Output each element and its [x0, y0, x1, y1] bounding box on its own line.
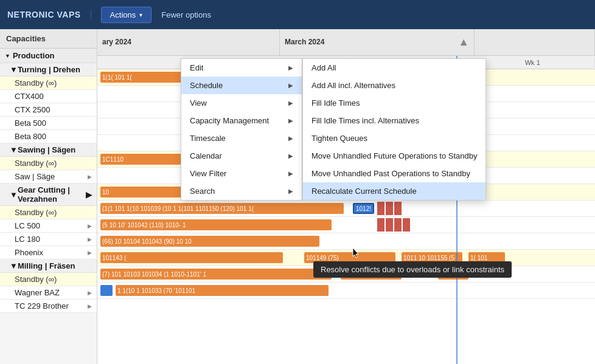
gantt-bar: (7) 101 10103 101034 (1 1010-1101' 1 — [100, 269, 332, 280]
submenu-arrow-icon: ▶ — [288, 117, 293, 124]
menu-item-capacity[interactable]: Capacity Management ▶ — [181, 112, 302, 129]
main-menu: Edit ▶ Schedule ▶ View ▶ Capacity Manage… — [181, 58, 302, 201]
schedule-item-tighten[interactable]: Tighten Queues — [303, 129, 485, 147]
gantt-bar: (1(1 101 1(10 101039 (10 1 1(101 1101150… — [100, 203, 344, 214]
content-area: ary 2024 March 2024 ▲ Wk 10 Wk 11 Wk 1 1… — [97, 29, 595, 364]
schedule-item-addall[interactable]: Add All — [303, 59, 485, 77]
week-next: Wk 1 — [471, 58, 596, 67]
schedule-fill-idle-label: Fill Idle Times — [311, 98, 360, 108]
gantt-bar — [100, 285, 113, 296]
menu-edit-label: Edit — [190, 63, 203, 72]
schedule-addall-label: Add All — [311, 63, 336, 72]
scroll-up-icon[interactable]: ▲ — [458, 36, 469, 49]
gantt-bar: 1012! — [353, 203, 374, 214]
arrow-icon: ▶ — [88, 223, 92, 229]
menu-item-search[interactable]: Search ▶ — [181, 182, 302, 200]
group-label: Production — [13, 51, 55, 60]
menu-item-edit[interactable]: Edit ▶ — [181, 59, 302, 77]
arrow-icon: ▶ — [88, 303, 92, 309]
menu-item-timescale[interactable]: Timescale ▶ — [181, 129, 302, 147]
sidebar-subgroup-milling[interactable]: ▼ Milling | Fräsen — [0, 259, 97, 273]
gantt-bar: 10 10! — [438, 269, 468, 280]
gantt-bar: (5 10 10' 101042 (110) 1010- 1 — [100, 219, 332, 230]
menu-schedule-label: Schedule — [190, 81, 223, 90]
arrow-icon: ▶ — [86, 190, 92, 199]
arrow-icon: ▶ — [88, 174, 92, 180]
schedule-submenu: Add All Add All incl. Alternatives Fill … — [302, 58, 486, 201]
schedule-item-recalculate[interactable]: Recalculate Current Schedule — [303, 182, 485, 200]
arrow-icon: ▶ — [88, 250, 92, 256]
menu-timescale-label: Timescale — [190, 134, 226, 143]
sidebar: Capacities ▼ Production ▼ Turning | Dreh… — [0, 29, 97, 364]
gantt-bar: 1011'10' — [341, 269, 402, 280]
schedule-fill-idle-alt-label: Fill Idle Times incl. Alternatives — [311, 116, 419, 125]
menu-item-view[interactable]: View ▶ — [181, 94, 302, 112]
gantt-row-tc229: 1 1(10 1 101033 (70 '101101 — [97, 283, 595, 299]
schedule-item-move-future[interactable]: Move Unhandled Future Operations to Stan… — [303, 147, 485, 165]
sidebar-item-ctx2500[interactable]: CTX 2500 — [0, 103, 97, 117]
sidebar-item-beta500[interactable]: Beta 500 — [0, 117, 97, 130]
schedule-item-move-past[interactable]: Move Unhandled Past Operations to Standb… — [303, 165, 485, 182]
menu-capacity-label: Capacity Management — [190, 116, 269, 125]
top-bar: NETRONIC VAPS Actions ▾ Fewer options — [0, 0, 595, 29]
sidebar-item-standby-milling[interactable]: Standby (∞) — [0, 273, 97, 286]
schedule-tighten-label: Tighten Queues — [311, 134, 367, 143]
arrow-icon: ▶ — [88, 236, 92, 242]
actions-button[interactable]: Actions ▾ — [101, 7, 152, 23]
schedule-item-addall-alt[interactable]: Add All incl. Alternatives — [303, 77, 485, 94]
sidebar-item-beta800[interactable]: Beta 800 — [0, 130, 97, 143]
sidebar-item-phoenix[interactable]: Phoenix ▶ — [0, 246, 97, 259]
sidebar-item-lc500[interactable]: LC 500 ▶ — [0, 219, 97, 233]
schedule-addall-alt-label: Add All incl. Alternatives — [311, 81, 395, 90]
sidebar-group-production[interactable]: ▼ Production — [0, 49, 97, 63]
sidebar-subgroup-gear[interactable]: ▼ Gear Cutting | Verzahnen ▶ — [0, 184, 97, 206]
brand-label: NETRONIC VAPS — [7, 10, 91, 19]
sidebar-item-standby-turning[interactable]: Standby (∞) — [0, 77, 97, 90]
menu-search-label: Search — [190, 187, 215, 196]
sidebar-item-standby-gear[interactable]: Standby (∞) — [0, 206, 97, 219]
subgroup-triangle-icon: ▼ — [10, 261, 18, 270]
schedule-move-future-label: Move Unhandled Future Operations to Stan… — [311, 151, 477, 160]
gantt-bar: 1( 101 — [468, 252, 505, 263]
gantt-bar: 1 1(10 1 101033 (70 '101101 — [116, 285, 329, 296]
sidebar-item-lc180[interactable]: LC 180 ▶ — [0, 233, 97, 246]
sidebar-subgroup-turning[interactable]: ▼ Turning | Drehen — [0, 63, 97, 77]
subgroup-triangle-icon: ▼ — [10, 190, 18, 199]
schedule-recalculate-label: Recalculate Current Schedule — [311, 187, 417, 196]
gantt-header: ary 2024 March 2024 ▲ — [97, 29, 595, 56]
gantt-bar: 101143 ( — [100, 252, 283, 263]
sidebar-item-ctx400[interactable]: CTX400 — [0, 90, 97, 103]
sidebar-item-tc229[interactable]: TC 229 Brother ▶ — [0, 300, 97, 313]
gantt-row-lc500: (1(1 101 1(10 101039 (10 1 1(101 1101150… — [97, 201, 595, 217]
gantt-bar: 101149 (75) — [304, 252, 395, 263]
sidebar-item-wagner[interactable]: Wagner BAZ ▶ — [0, 286, 97, 300]
sidebar-item-saw[interactable]: Saw | Säge ▶ — [0, 170, 97, 184]
gantt-row-wagner: (7) 101 10103 101034 (1 1010-1101' 1 101… — [97, 266, 595, 283]
menu-calendar-label: Calendar — [190, 151, 222, 160]
sidebar-item-standby-sawing[interactable]: Standby (∞) — [0, 157, 97, 170]
submenu-arrow-icon: ▶ — [288, 135, 293, 142]
month-cont — [475, 29, 595, 55]
menu-item-calendar[interactable]: Calendar ▶ — [181, 147, 302, 165]
menu-view-label: View — [190, 98, 207, 108]
schedule-item-fill-idle[interactable]: Fill Idle Times — [303, 94, 485, 112]
sidebar-subgroup-sawing[interactable]: ▼ Sawing | Sägen — [0, 143, 97, 157]
arrow-icon: ▶ — [88, 290, 92, 296]
fewer-options-link[interactable]: Fewer options — [161, 10, 211, 19]
gantt-row-phoenix: (66) 10 10104 101043 (90) 10 10 — [97, 233, 595, 250]
gantt-row-lc180: (5 10 10' 101042 (110) 1010- 1 — [97, 217, 595, 233]
subgroup-label: Gear Cutting | Verzahnen — [18, 185, 86, 204]
menu-item-schedule[interactable]: Schedule ▶ — [181, 77, 302, 94]
subgroup-triangle-icon: ▼ — [10, 145, 18, 154]
submenu-arrow-icon: ▶ — [288, 100, 293, 106]
main-layout: Capacities ▼ Production ▼ Turning | Dreh… — [0, 29, 595, 364]
menu-item-viewfilter[interactable]: View Filter ▶ — [181, 165, 302, 182]
schedule-move-past-label: Move Unhandled Past Operations to Standb… — [311, 169, 470, 178]
menu-viewfilter-label: View Filter — [190, 169, 226, 178]
gantt-bar: 1011 10 101155 (5 — [402, 252, 462, 263]
gantt-bar: (66) 10 10104 101043 (90) 10 10 — [100, 236, 319, 247]
submenu-arrow-icon: ▶ — [288, 64, 293, 71]
month-march: March 2024 ▲ — [280, 29, 475, 55]
submenu-arrow-icon: ▶ — [288, 170, 293, 177]
schedule-item-fill-idle-alt[interactable]: Fill Idle Times incl. Alternatives — [303, 112, 485, 129]
